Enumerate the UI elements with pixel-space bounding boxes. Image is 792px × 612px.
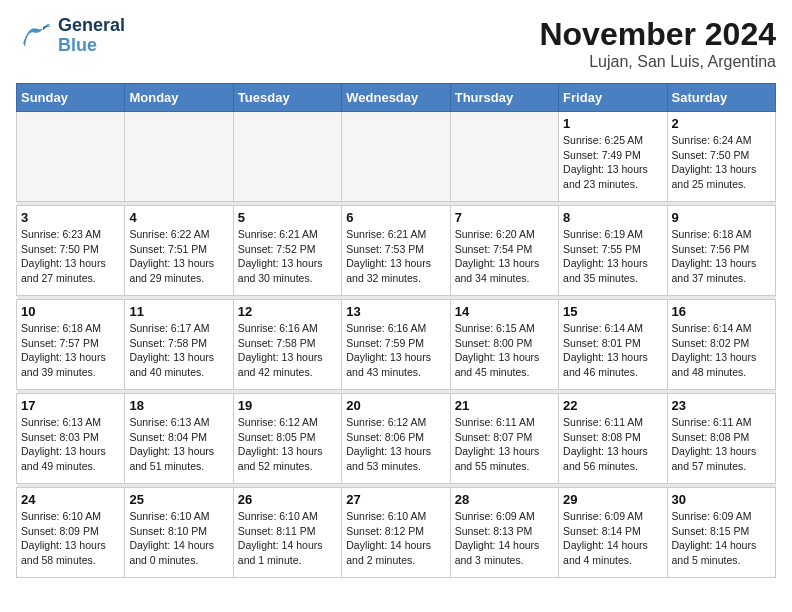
day-detail: Sunrise: 6:10 AM Sunset: 8:10 PM Dayligh… xyxy=(129,509,228,568)
calendar-week-3: 10Sunrise: 6:18 AM Sunset: 7:57 PM Dayli… xyxy=(17,300,776,390)
day-detail: Sunrise: 6:11 AM Sunset: 8:07 PM Dayligh… xyxy=(455,415,554,474)
calendar-week-4: 17Sunrise: 6:13 AM Sunset: 8:03 PM Dayli… xyxy=(17,394,776,484)
day-number: 2 xyxy=(672,116,771,131)
calendar-cell: 14Sunrise: 6:15 AM Sunset: 8:00 PM Dayli… xyxy=(450,300,558,390)
calendar-cell: 7Sunrise: 6:20 AM Sunset: 7:54 PM Daylig… xyxy=(450,206,558,296)
day-detail: Sunrise: 6:10 AM Sunset: 8:12 PM Dayligh… xyxy=(346,509,445,568)
day-detail: Sunrise: 6:12 AM Sunset: 8:05 PM Dayligh… xyxy=(238,415,337,474)
day-number: 23 xyxy=(672,398,771,413)
day-number: 1 xyxy=(563,116,662,131)
day-number: 27 xyxy=(346,492,445,507)
day-number: 20 xyxy=(346,398,445,413)
calendar-cell: 21Sunrise: 6:11 AM Sunset: 8:07 PM Dayli… xyxy=(450,394,558,484)
day-number: 9 xyxy=(672,210,771,225)
day-number: 17 xyxy=(21,398,120,413)
calendar-cell xyxy=(450,112,558,202)
calendar-cell: 24Sunrise: 6:10 AM Sunset: 8:09 PM Dayli… xyxy=(17,488,125,578)
day-detail: Sunrise: 6:15 AM Sunset: 8:00 PM Dayligh… xyxy=(455,321,554,380)
day-number: 11 xyxy=(129,304,228,319)
day-detail: Sunrise: 6:18 AM Sunset: 7:56 PM Dayligh… xyxy=(672,227,771,286)
calendar-cell: 22Sunrise: 6:11 AM Sunset: 8:08 PM Dayli… xyxy=(559,394,667,484)
calendar-cell: 10Sunrise: 6:18 AM Sunset: 7:57 PM Dayli… xyxy=(17,300,125,390)
calendar-cell: 23Sunrise: 6:11 AM Sunset: 8:08 PM Dayli… xyxy=(667,394,775,484)
calendar-cell: 17Sunrise: 6:13 AM Sunset: 8:03 PM Dayli… xyxy=(17,394,125,484)
logo-text: General Blue xyxy=(58,16,125,56)
day-number: 19 xyxy=(238,398,337,413)
day-number: 14 xyxy=(455,304,554,319)
weekday-header-tuesday: Tuesday xyxy=(233,84,341,112)
weekday-header-wednesday: Wednesday xyxy=(342,84,450,112)
calendar-cell: 5Sunrise: 6:21 AM Sunset: 7:52 PM Daylig… xyxy=(233,206,341,296)
calendar-subtitle: Lujan, San Luis, Argentina xyxy=(539,53,776,71)
day-detail: Sunrise: 6:17 AM Sunset: 7:58 PM Dayligh… xyxy=(129,321,228,380)
calendar-table: SundayMondayTuesdayWednesdayThursdayFrid… xyxy=(16,83,776,578)
day-detail: Sunrise: 6:20 AM Sunset: 7:54 PM Dayligh… xyxy=(455,227,554,286)
calendar-cell: 6Sunrise: 6:21 AM Sunset: 7:53 PM Daylig… xyxy=(342,206,450,296)
calendar-cell: 1Sunrise: 6:25 AM Sunset: 7:49 PM Daylig… xyxy=(559,112,667,202)
day-detail: Sunrise: 6:22 AM Sunset: 7:51 PM Dayligh… xyxy=(129,227,228,286)
day-number: 24 xyxy=(21,492,120,507)
day-detail: Sunrise: 6:14 AM Sunset: 8:01 PM Dayligh… xyxy=(563,321,662,380)
calendar-cell: 16Sunrise: 6:14 AM Sunset: 8:02 PM Dayli… xyxy=(667,300,775,390)
day-number: 22 xyxy=(563,398,662,413)
calendar-cell: 15Sunrise: 6:14 AM Sunset: 8:01 PM Dayli… xyxy=(559,300,667,390)
day-number: 25 xyxy=(129,492,228,507)
calendar-cell: 8Sunrise: 6:19 AM Sunset: 7:55 PM Daylig… xyxy=(559,206,667,296)
day-detail: Sunrise: 6:10 AM Sunset: 8:09 PM Dayligh… xyxy=(21,509,120,568)
day-number: 7 xyxy=(455,210,554,225)
title-block: November 2024 Lujan, San Luis, Argentina xyxy=(539,16,776,71)
day-detail: Sunrise: 6:10 AM Sunset: 8:11 PM Dayligh… xyxy=(238,509,337,568)
calendar-week-1: 1Sunrise: 6:25 AM Sunset: 7:49 PM Daylig… xyxy=(17,112,776,202)
calendar-cell xyxy=(125,112,233,202)
page-header: General Blue November 2024 Lujan, San Lu… xyxy=(16,16,776,71)
logo: General Blue xyxy=(16,16,125,56)
weekday-header-sunday: Sunday xyxy=(17,84,125,112)
weekday-header-thursday: Thursday xyxy=(450,84,558,112)
calendar-cell: 19Sunrise: 6:12 AM Sunset: 8:05 PM Dayli… xyxy=(233,394,341,484)
calendar-cell: 28Sunrise: 6:09 AM Sunset: 8:13 PM Dayli… xyxy=(450,488,558,578)
calendar-cell: 25Sunrise: 6:10 AM Sunset: 8:10 PM Dayli… xyxy=(125,488,233,578)
day-detail: Sunrise: 6:09 AM Sunset: 8:14 PM Dayligh… xyxy=(563,509,662,568)
calendar-cell: 20Sunrise: 6:12 AM Sunset: 8:06 PM Dayli… xyxy=(342,394,450,484)
weekday-header-saturday: Saturday xyxy=(667,84,775,112)
calendar-cell xyxy=(233,112,341,202)
day-detail: Sunrise: 6:18 AM Sunset: 7:57 PM Dayligh… xyxy=(21,321,120,380)
day-detail: Sunrise: 6:21 AM Sunset: 7:53 PM Dayligh… xyxy=(346,227,445,286)
calendar-cell: 13Sunrise: 6:16 AM Sunset: 7:59 PM Dayli… xyxy=(342,300,450,390)
day-number: 21 xyxy=(455,398,554,413)
day-detail: Sunrise: 6:21 AM Sunset: 7:52 PM Dayligh… xyxy=(238,227,337,286)
calendar-cell xyxy=(17,112,125,202)
calendar-cell: 30Sunrise: 6:09 AM Sunset: 8:15 PM Dayli… xyxy=(667,488,775,578)
calendar-cell: 27Sunrise: 6:10 AM Sunset: 8:12 PM Dayli… xyxy=(342,488,450,578)
day-detail: Sunrise: 6:09 AM Sunset: 8:13 PM Dayligh… xyxy=(455,509,554,568)
calendar-cell: 29Sunrise: 6:09 AM Sunset: 8:14 PM Dayli… xyxy=(559,488,667,578)
day-detail: Sunrise: 6:16 AM Sunset: 7:58 PM Dayligh… xyxy=(238,321,337,380)
calendar-week-5: 24Sunrise: 6:10 AM Sunset: 8:09 PM Dayli… xyxy=(17,488,776,578)
calendar-cell: 3Sunrise: 6:23 AM Sunset: 7:50 PM Daylig… xyxy=(17,206,125,296)
day-detail: Sunrise: 6:13 AM Sunset: 8:03 PM Dayligh… xyxy=(21,415,120,474)
calendar-cell: 26Sunrise: 6:10 AM Sunset: 8:11 PM Dayli… xyxy=(233,488,341,578)
calendar-cell: 11Sunrise: 6:17 AM Sunset: 7:58 PM Dayli… xyxy=(125,300,233,390)
day-detail: Sunrise: 6:24 AM Sunset: 7:50 PM Dayligh… xyxy=(672,133,771,192)
day-detail: Sunrise: 6:09 AM Sunset: 8:15 PM Dayligh… xyxy=(672,509,771,568)
day-number: 18 xyxy=(129,398,228,413)
calendar-cell: 4Sunrise: 6:22 AM Sunset: 7:51 PM Daylig… xyxy=(125,206,233,296)
day-detail: Sunrise: 6:14 AM Sunset: 8:02 PM Dayligh… xyxy=(672,321,771,380)
calendar-cell: 12Sunrise: 6:16 AM Sunset: 7:58 PM Dayli… xyxy=(233,300,341,390)
calendar-week-2: 3Sunrise: 6:23 AM Sunset: 7:50 PM Daylig… xyxy=(17,206,776,296)
day-detail: Sunrise: 6:11 AM Sunset: 8:08 PM Dayligh… xyxy=(672,415,771,474)
calendar-title: November 2024 xyxy=(539,16,776,53)
day-number: 26 xyxy=(238,492,337,507)
day-number: 13 xyxy=(346,304,445,319)
day-detail: Sunrise: 6:25 AM Sunset: 7:49 PM Dayligh… xyxy=(563,133,662,192)
calendar-cell: 9Sunrise: 6:18 AM Sunset: 7:56 PM Daylig… xyxy=(667,206,775,296)
day-number: 12 xyxy=(238,304,337,319)
calendar-cell: 2Sunrise: 6:24 AM Sunset: 7:50 PM Daylig… xyxy=(667,112,775,202)
day-detail: Sunrise: 6:13 AM Sunset: 8:04 PM Dayligh… xyxy=(129,415,228,474)
calendar-cell: 18Sunrise: 6:13 AM Sunset: 8:04 PM Dayli… xyxy=(125,394,233,484)
day-number: 28 xyxy=(455,492,554,507)
day-number: 6 xyxy=(346,210,445,225)
day-number: 15 xyxy=(563,304,662,319)
day-number: 5 xyxy=(238,210,337,225)
day-number: 16 xyxy=(672,304,771,319)
